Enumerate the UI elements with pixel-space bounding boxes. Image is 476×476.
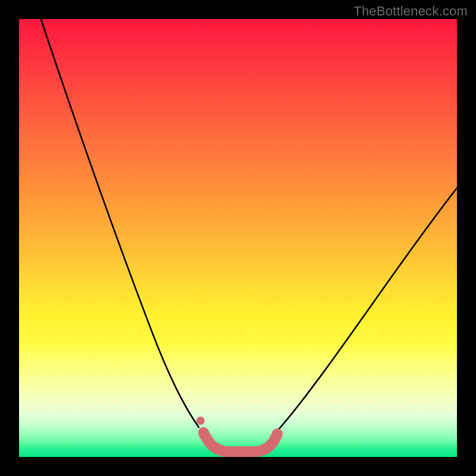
chart-plot-area <box>19 19 457 457</box>
valley-start-dot <box>196 416 205 425</box>
curve-right-branch <box>278 188 457 430</box>
curve-left-branch <box>37 19 199 427</box>
watermark-text: TheBottleneck.com <box>353 4 468 19</box>
chart-frame: TheBottleneck.com <box>0 0 476 476</box>
valley-marker <box>203 433 277 452</box>
bottleneck-curve-svg <box>19 19 457 457</box>
